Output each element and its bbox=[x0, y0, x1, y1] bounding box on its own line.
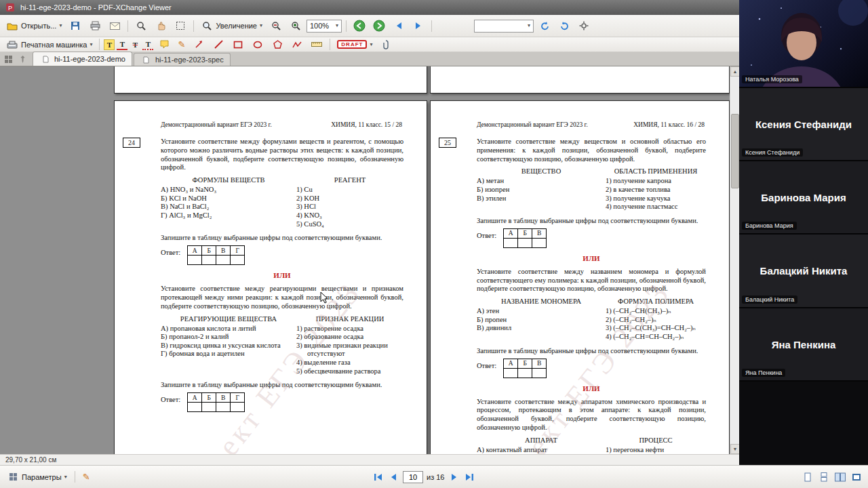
pdf-page-16: Проект ЕГЭ 2023 Демонстрационный вариант… bbox=[430, 100, 730, 454]
comment-toolbar: Печатная машинка ▾ Т Т Т Т ✎ bbox=[0, 37, 739, 52]
typewriter-button[interactable]: Печатная машинка ▾ bbox=[3, 37, 95, 52]
last-page-button[interactable] bbox=[463, 471, 475, 483]
polygon-tool[interactable] bbox=[269, 37, 286, 52]
note-icon bbox=[158, 39, 170, 51]
chevron-down-icon: ▾ bbox=[260, 23, 262, 28]
thumbnails-panel-icon[interactable] bbox=[2, 53, 14, 65]
ellipse-icon bbox=[252, 39, 264, 51]
tab-hi-11-ege-2023-spec[interactable]: hi-11-ege-2023-spec bbox=[134, 53, 231, 66]
header-variant: Демонстрационный вариант ЕГЭ 2023 г. bbox=[477, 121, 588, 128]
chevron-down-icon: ▾ bbox=[90, 42, 92, 47]
open-button[interactable]: Открыть... ▾ bbox=[3, 18, 64, 33]
zoom-level-combobox[interactable]: 100% ▾ bbox=[307, 20, 342, 33]
edit-mode-button[interactable]: ✎ bbox=[80, 470, 93, 483]
participant-tile[interactable]: Яна Пенкина Яна Пенкина bbox=[739, 308, 868, 382]
previous-page-button[interactable] bbox=[387, 471, 399, 483]
zoom-in-icon bbox=[290, 20, 302, 32]
header-subject-page: ХИМИЯ, 11 класс. 16 / 28 bbox=[633, 121, 705, 128]
participant-tile[interactable]: Ксения Стефаниди Ксения Стефаниди bbox=[739, 88, 868, 161]
next-view-button[interactable] bbox=[370, 18, 388, 33]
two-page-view-button[interactable] bbox=[834, 471, 846, 483]
properties-button[interactable] bbox=[575, 18, 593, 33]
chevron-down-icon: ▾ bbox=[336, 23, 338, 28]
sticky-note-tool[interactable] bbox=[155, 37, 173, 52]
pdf-page-15: Проект ЕГЭ 2023 Демонстрационный вариант… bbox=[114, 100, 427, 454]
vertical-scrollbar[interactable]: ▲ ▼ bbox=[730, 66, 739, 454]
hand-icon bbox=[155, 20, 167, 32]
pencil-tool[interactable]: ✎ bbox=[175, 38, 188, 51]
scroll-down-button[interactable]: ▼ bbox=[730, 444, 739, 454]
page-forward-button[interactable] bbox=[410, 18, 427, 33]
options-button[interactable]: Параметры ▾ bbox=[4, 470, 70, 485]
column-header: ФОРМУЛА ПОЛИМЕРА bbox=[606, 298, 706, 305]
chevron-down-icon: ▾ bbox=[59, 23, 62, 28]
column-header: ВЕЩЕСТВО bbox=[477, 167, 606, 175]
view-mode-buttons bbox=[802, 466, 863, 488]
first-page-button[interactable] bbox=[372, 471, 384, 483]
match-item: 1) перегонка нефти bbox=[606, 446, 706, 454]
highlight-text-tool[interactable]: Т bbox=[104, 39, 115, 50]
or-label: ИЛИ bbox=[477, 254, 706, 262]
scroll-up-button[interactable]: ▲ bbox=[730, 66, 739, 77]
pin-panel-icon[interactable] bbox=[16, 53, 28, 65]
participant-tile[interactable]: Балацкий Никита Балацкий Никита bbox=[739, 235, 868, 308]
search-icon bbox=[135, 20, 147, 32]
video-panel-empty-space bbox=[739, 382, 868, 465]
rectangle-tool[interactable] bbox=[229, 37, 247, 52]
match-item: 5) CuSO₄ bbox=[296, 220, 403, 229]
rotate-right-button[interactable] bbox=[555, 18, 573, 33]
match-item: В) гидроксид цинка и уксусная кислота bbox=[161, 342, 296, 350]
zoom-out-button[interactable] bbox=[267, 18, 285, 33]
attach-file-tool[interactable] bbox=[377, 37, 395, 52]
ellipse-tool[interactable] bbox=[249, 37, 267, 52]
toolbar-separator bbox=[75, 471, 75, 483]
main-toolbar: Открыть... ▾ Увеличение bbox=[0, 15, 739, 37]
match-item: А) HNO₃ и NaNO₃ bbox=[161, 186, 296, 195]
select-tool-button[interactable] bbox=[172, 18, 189, 33]
pencil-icon: ✎ bbox=[83, 472, 90, 482]
participant-video-tile[interactable]: Наталья Морозова bbox=[739, 0, 868, 88]
question-text: Установите соответствие между реагирующи… bbox=[161, 285, 403, 310]
title-bar: P hi-11-ege-2023-demo - PDF-XChange View… bbox=[0, 0, 739, 15]
match-item: Б) KCl и NaOH bbox=[161, 195, 296, 203]
rotate-left-button[interactable] bbox=[536, 18, 553, 33]
find-button[interactable] bbox=[132, 18, 150, 33]
previous-view-button[interactable] bbox=[351, 18, 368, 33]
page-number-input[interactable] bbox=[403, 471, 423, 483]
page-count-label: из 16 bbox=[427, 473, 444, 481]
single-page-view-button[interactable] bbox=[802, 471, 814, 483]
document-icon bbox=[39, 53, 52, 65]
next-page-button[interactable] bbox=[448, 471, 460, 483]
zoom-menu-button[interactable]: Увеличение ▾ bbox=[198, 18, 265, 33]
stamp-tool[interactable]: DRAFT ▾ bbox=[334, 39, 375, 50]
scrollbar-thumb[interactable] bbox=[731, 114, 739, 188]
line-tool[interactable] bbox=[210, 37, 227, 52]
participant-tile[interactable]: Баринова Мария Баринова Мария bbox=[739, 161, 868, 235]
svg-text:P: P bbox=[8, 5, 12, 12]
continuous-view-button[interactable] bbox=[818, 471, 830, 483]
email-button[interactable] bbox=[106, 18, 123, 33]
document-view-area[interactable]: Проект ЕГЭ 2023 Демонстрационный вариант… bbox=[0, 66, 739, 454]
underline-text-tool[interactable]: Т bbox=[117, 39, 127, 50]
previous-page-bottom-left bbox=[114, 66, 427, 94]
hand-tool-button[interactable] bbox=[152, 18, 170, 33]
match-item: 4) (–CH₂–CH=CH–CH₂–)ₙ bbox=[606, 333, 706, 342]
printer-icon bbox=[89, 20, 101, 32]
tab-hi-11-ege-2023-demo[interactable]: hi-11-ege-2023-demo bbox=[33, 52, 132, 66]
match-item: 2) образование осадка bbox=[296, 333, 403, 342]
question-number: 24 bbox=[123, 138, 140, 148]
print-button[interactable] bbox=[86, 18, 104, 33]
status-bar: Параметры ▾ ✎ из 16 bbox=[0, 465, 868, 488]
search-text-combobox[interactable]: ▾ bbox=[474, 20, 534, 33]
match-item: 1) (–CH₂–CH(CH₃)–)ₙ bbox=[606, 307, 706, 316]
zoom-in-button[interactable] bbox=[287, 18, 304, 33]
measure-tool[interactable] bbox=[308, 37, 326, 52]
fullscreen-view-button[interactable] bbox=[850, 471, 863, 483]
page-back-button[interactable] bbox=[390, 18, 408, 33]
strikeout-text-tool[interactable]: Т bbox=[130, 39, 140, 50]
match-item: 1) получение капрона bbox=[606, 177, 706, 186]
save-button[interactable] bbox=[66, 18, 84, 33]
squiggly-text-tool[interactable]: Т bbox=[142, 39, 153, 50]
arrow-tool[interactable] bbox=[190, 37, 208, 52]
polyline-tool[interactable] bbox=[288, 37, 306, 52]
